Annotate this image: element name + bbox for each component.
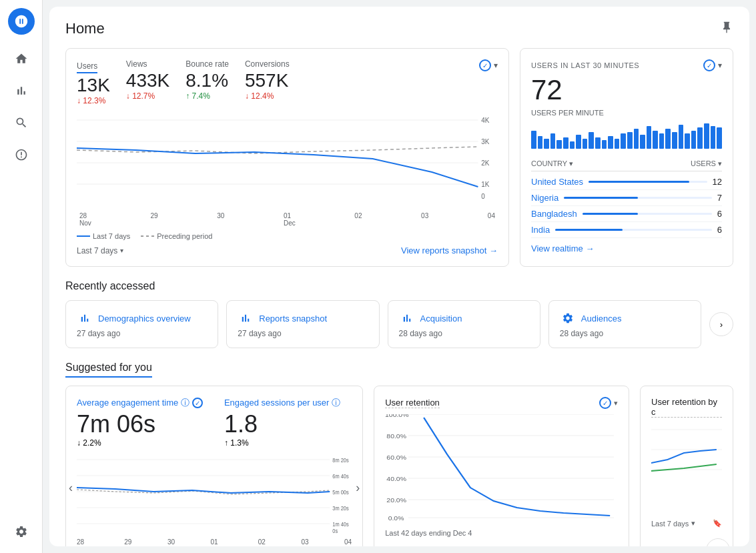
mini-bar: [538, 136, 543, 149]
realtime-bar-chart: [531, 122, 722, 149]
retention-controls[interactable]: ▾: [599, 397, 618, 409]
engagement-metrics: Average engagement time ⓘ 7m 06s 2.2% En…: [77, 397, 352, 448]
partial-dropdown-arrow[interactable]: ▾: [691, 519, 695, 528]
audiences-icon: [560, 310, 576, 326]
country-table: COUNTRY ▾ USERS ▾ United States 12 Niger…: [531, 157, 722, 238]
svg-text:Day 40: Day 40: [536, 520, 556, 521]
partial-date-range: Last 7 days ▾ 🔖: [651, 519, 722, 528]
legend-line-dashed: [141, 235, 154, 237]
partial-chart-svg: [651, 423, 722, 476]
realtime-check-icon: [703, 59, 715, 71]
chart-legend: Last 7 days Preceding period: [77, 232, 498, 240]
mini-bar: [531, 131, 536, 149]
avg-engagement-value: 7m 06s: [77, 410, 203, 438]
mini-bar: [704, 123, 709, 149]
engagement-check: [192, 398, 203, 408]
check-badge: [479, 59, 491, 71]
country-row-in: India 6: [531, 222, 722, 238]
legend-last7-label: Last 7 days: [93, 232, 130, 240]
svg-text:100.0%: 100.0%: [385, 414, 409, 418]
recent-reports-time: 27 days ago: [238, 329, 368, 338]
legend-last7: Last 7 days: [77, 232, 130, 240]
sidebar-logo[interactable]: [8, 8, 35, 35]
sidebar-item-home[interactable]: [8, 45, 35, 72]
metrics-list: Users 13K 12.3% Views 433K 12.7% Bounce …: [77, 59, 290, 105]
mini-bar: [665, 129, 671, 149]
metric-conversions: Conversions 557K 12.4%: [245, 59, 290, 105]
chart-x-labels: 28Nov293001Dec020304: [77, 212, 498, 227]
sidebar-item-advertising[interactable]: [8, 141, 35, 168]
mini-bar: [634, 129, 639, 149]
engagement-prev-arrow[interactable]: ‹: [69, 481, 73, 495]
svg-text:2K: 2K: [481, 159, 489, 167]
country-row-bd: Bangladesh 6: [531, 206, 722, 222]
acquisition-icon: [399, 310, 415, 326]
engagement-chart-svg: 8m 20s 6m 40s 5m 00s 3m 20s 1m 40s 0s: [77, 453, 352, 533]
country-name-ng[interactable]: Nigeria: [531, 193, 558, 203]
engagement-next-arrow[interactable]: ›: [356, 481, 360, 495]
recent-card-reports[interactable]: Reports snapshot 27 days ago: [226, 300, 379, 348]
date-range-dropdown[interactable]: Last 7 days ▾: [77, 246, 123, 255]
retention-dropdown[interactable]: ▾: [614, 399, 618, 408]
partial-card-next[interactable]: ›: [706, 538, 730, 546]
recent-card-acquisition[interactable]: Acquisition 28 days ago: [388, 300, 540, 348]
svg-text:Day 5: Day 5: [419, 520, 435, 521]
suggested-cards-row: ‹ › Average engagement time ⓘ 7m 06s 2.2…: [65, 386, 733, 546]
mini-bar: [717, 127, 722, 149]
country-bar-in-container: [555, 229, 712, 231]
realtime-badge[interactable]: ▾: [703, 59, 722, 71]
country-name-us[interactable]: United States: [531, 177, 583, 187]
mini-bar: [595, 137, 601, 149]
mini-bar: [556, 140, 562, 149]
metrics-card-footer: Last 7 days ▾ View reports snapshot →: [77, 245, 498, 255]
pin-icon[interactable]: [720, 21, 733, 37]
country-row-ng: Nigeria 7: [531, 190, 722, 206]
view-reports-link[interactable]: View reports snapshot →: [401, 245, 498, 255]
svg-text:3m 20s: 3m 20s: [332, 505, 348, 512]
engaged-sessions-change: 1.3%: [224, 438, 340, 448]
country-bar-bd: [583, 213, 638, 215]
realtime-card: USERS IN LAST 30 MINUTES ▾ 72 USERS PER …: [520, 48, 733, 267]
mini-bar: [570, 141, 575, 149]
partial-bookmark-icon[interactable]: 🔖: [713, 519, 722, 528]
country-row-us: United States 12: [531, 174, 722, 190]
engaged-sessions-value: 1.8: [224, 410, 340, 438]
country-name-in[interactable]: India: [531, 225, 550, 235]
main-chart-area: 4K 3K 2K 1K 0: [77, 113, 498, 207]
sidebar-item-reports[interactable]: [8, 77, 35, 104]
mini-bar: [653, 131, 658, 149]
country-name-bd[interactable]: Bangladesh: [531, 209, 577, 219]
page-header: Home: [65, 20, 733, 37]
svg-text:Day 19: Day 19: [466, 520, 486, 521]
sidebar-item-settings[interactable]: [8, 518, 35, 545]
legend-line-solid: [77, 235, 90, 237]
suggested-title-text: Suggested for you: [65, 362, 152, 373]
mini-bar: [576, 135, 581, 149]
svg-text:20.0%: 20.0%: [387, 497, 407, 504]
retention-footer: Last 42 days ending Dec 4: [385, 529, 618, 537]
svg-text:60.0%: 60.0%: [387, 454, 407, 461]
users-col-header[interactable]: USERS ▾: [691, 159, 722, 168]
svg-text:Day 33: Day 33: [512, 520, 532, 521]
country-bar-us-container: [589, 181, 707, 183]
recently-accessed-next[interactable]: ›: [709, 312, 733, 336]
view-realtime-link[interactable]: View realtime →: [531, 243, 722, 253]
mini-bar: [685, 133, 690, 149]
svg-text:6m 40s: 6m 40s: [332, 473, 348, 480]
country-table-header: COUNTRY ▾ USERS ▾: [531, 157, 722, 171]
metric-conversions-label: Conversions: [245, 59, 290, 69]
recent-card-audiences[interactable]: Audiences 28 days ago: [548, 300, 701, 348]
recent-audiences-time: 28 days ago: [560, 329, 690, 338]
metric-bounce-label: Bounce rate: [185, 59, 229, 69]
retention-check: [599, 397, 611, 409]
recent-card-demographics[interactable]: Demographics overview 27 days ago: [65, 300, 218, 348]
svg-text:0s: 0s: [332, 528, 338, 533]
view-reports-label: View reports snapshot →: [401, 245, 498, 255]
sidebar-item-explore[interactable]: [8, 109, 35, 136]
country-col-header[interactable]: COUNTRY ▾: [531, 159, 573, 168]
page-title: Home: [65, 20, 105, 37]
metric-views: Views 433K 12.7%: [126, 59, 169, 105]
recent-card-reports-header: Reports snapshot: [238, 310, 368, 326]
metrics-dropdown[interactable]: ▾: [494, 61, 498, 70]
dropdown-arrow-icon: ▾: [120, 247, 123, 254]
